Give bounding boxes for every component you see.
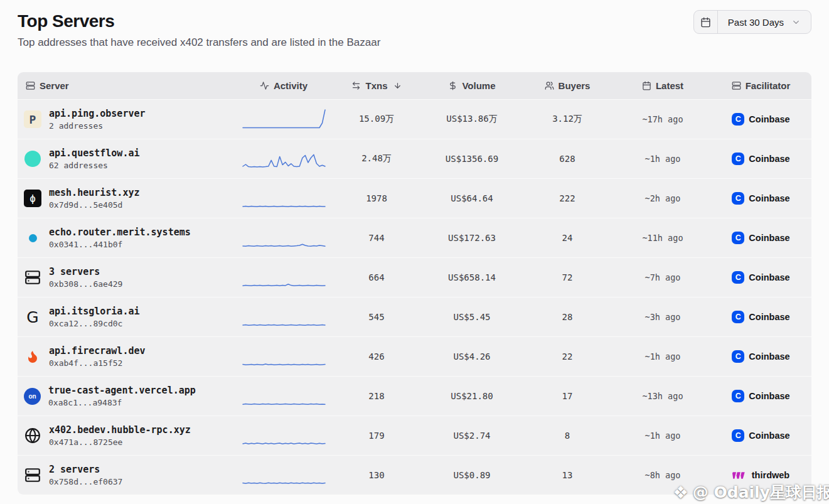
column-header-txns[interactable]: Txns (329, 80, 424, 91)
latest-value: ~8h ago (615, 470, 710, 480)
table-row-api-questflow-ai[interactable]: api.questflow.ai 62 addresses 2.48万 US$1… (18, 139, 811, 178)
server-name: api.questflow.ai (49, 147, 140, 159)
buyers-value: 3.12万 (520, 114, 615, 125)
txns-value: 1978 (329, 193, 424, 203)
coinbase-icon: C (732, 271, 744, 284)
gloria-logo-icon: G (24, 308, 41, 326)
volume-value: US$21.80 (424, 391, 520, 401)
table-row-mesh-heurist-xyz[interactable]: ϕ mesh.heurist.xyz 0x7d9d...5e405d 1978 … (18, 178, 811, 218)
txns-value: 218 (329, 391, 424, 401)
calendar-button[interactable] (694, 11, 718, 33)
activity-sparkline (238, 304, 329, 330)
table-row-3-servers[interactable]: 3 servers 0xb308...6ae429 664 US$658.14 … (18, 257, 811, 297)
server-cell: 2 servers 0x758d...ef0637 (18, 464, 238, 486)
date-range-control: Past 30 Days (693, 10, 811, 34)
table-row-api-firecrawl-dev[interactable]: api.firecrawl.dev 0xab4f...a15f52 426 US… (18, 336, 811, 376)
ping-observer-logo-icon: P (24, 110, 41, 128)
txns-value: 15.09万 (329, 114, 424, 125)
firecrawl-flame-icon (24, 348, 41, 365)
column-label: Facilitator (746, 80, 791, 91)
buyers-value: 222 (520, 193, 615, 203)
latest-value: ~11h ago (615, 233, 710, 243)
stack-icon (732, 81, 741, 90)
merit-logo-icon (29, 234, 37, 242)
facilitator-name: Coinbase (749, 272, 789, 282)
table-row-true-cast-agent-vercel-app[interactable]: on true-cast-agent.vercel.app 0xa8c1...a… (18, 376, 811, 416)
txns-value: 426 (329, 351, 424, 362)
calendar-icon (642, 81, 651, 90)
activity-sparkline (238, 106, 329, 132)
server-address: 0xab4f...a15f52 (49, 358, 146, 368)
server-name: true-cast-agent.vercel.app (48, 385, 196, 396)
table-row-api-ping-observer[interactable]: P api.ping.observer 2 addresses 15.09万 U… (18, 99, 811, 139)
buyers-value: 24 (520, 233, 615, 243)
globe-icon (24, 427, 41, 444)
coinbase-icon: C (732, 113, 744, 126)
column-header-facilitator[interactable]: Facilitator (710, 80, 811, 91)
server-cell: 3 servers 0xb308...6ae429 (18, 266, 238, 289)
facilitator-cell: C Coinbase (710, 350, 811, 363)
facilitator-name: thirdweb (752, 470, 789, 480)
server-name: 2 servers (49, 464, 122, 475)
buyers-value: 628 (520, 154, 615, 164)
servers-group-icon (24, 269, 41, 286)
column-label: Latest (656, 80, 683, 91)
facilitator-cell: C Coinbase (710, 153, 811, 165)
buyers-value: 72 (520, 272, 615, 282)
coinbase-icon: C (732, 350, 744, 363)
latest-value: ~3h ago (615, 312, 710, 322)
table-row-2-servers[interactable]: 2 servers 0x758d...ef0637 130 US$0.89 13… (18, 455, 811, 495)
facilitator-cell: C Coinbase (710, 232, 811, 244)
facilitator-name: Coinbase (749, 154, 789, 164)
volume-value: US$5.45 (424, 312, 520, 322)
table-row-x402-bedev-hubble-rpc-xyz[interactable]: x402.bedev.hubble-rpc.xyz 0x471a...8725e… (18, 416, 811, 455)
column-header-server[interactable]: Server (18, 80, 238, 91)
table-header-row: Server Activity Txns Volume (18, 72, 811, 99)
facilitator-cell: C Coinbase (710, 271, 811, 284)
latest-value: ~1h ago (615, 431, 710, 441)
activity-sparkline (238, 462, 329, 488)
activity-sparkline (238, 264, 329, 291)
facilitator-name: Coinbase (749, 351, 789, 362)
facilitator-cell: C Coinbase (710, 390, 811, 402)
server-cell: api.firecrawl.dev 0xab4f...a15f52 (18, 345, 238, 368)
volume-value: US$2.74 (424, 431, 520, 441)
latest-value: ~13h ago (615, 391, 710, 401)
server-name: echo.router.merit.systems (49, 227, 191, 238)
table-row-echo-router-merit-systems[interactable]: echo.router.merit.systems 0x0341...441b0… (18, 218, 811, 257)
column-header-buyers[interactable]: Buyers (520, 80, 615, 91)
true-cast-logo-icon: on (24, 388, 41, 405)
server-name: api.itsgloria.ai (49, 306, 140, 317)
server-address: 0x0341...441b0f (49, 240, 191, 249)
activity-sparkline (238, 422, 329, 449)
server-name: x402.bedev.hubble-rpc.xyz (49, 424, 191, 436)
txns-value: 744 (329, 233, 424, 243)
txns-value: 2.48万 (329, 153, 424, 164)
coinbase-icon: C (732, 192, 744, 205)
txns-value: 130 (329, 470, 424, 480)
volume-value: US$4.26 (424, 351, 520, 362)
column-label: Txns (365, 80, 387, 91)
txns-value: 179 (329, 431, 424, 441)
column-header-activity[interactable]: Activity (238, 80, 329, 91)
column-header-latest[interactable]: Latest (615, 80, 710, 91)
volume-value: US$0.89 (424, 470, 520, 480)
latest-value: ~17h ago (615, 114, 710, 124)
page-header: Top Servers Top addresses that have rece… (18, 11, 380, 49)
activity-sparkline (238, 383, 329, 409)
column-header-volume[interactable]: Volume (424, 80, 520, 91)
table-row-api-itsgloria-ai[interactable]: G api.itsgloria.ai 0xca12...89cd0c 545 U… (18, 297, 811, 336)
latest-value: ~7h ago (615, 272, 710, 282)
server-cell: api.questflow.ai 62 addresses (18, 147, 238, 170)
date-range-dropdown[interactable]: Past 30 Days (718, 11, 811, 33)
heurist-logo-icon: ϕ (24, 190, 41, 207)
volume-value: US$172.63 (424, 233, 520, 243)
facilitator-name: Coinbase (749, 431, 789, 441)
volume-value: US$13.86万 (424, 114, 520, 125)
buyers-value: 8 (520, 431, 615, 441)
questflow-logo-icon (24, 151, 41, 167)
page-subtitle: Top addresses that have received x402 tr… (18, 36, 380, 49)
coinbase-icon: C (732, 153, 744, 165)
activity-icon (260, 81, 269, 90)
sort-desc-icon (393, 82, 402, 90)
